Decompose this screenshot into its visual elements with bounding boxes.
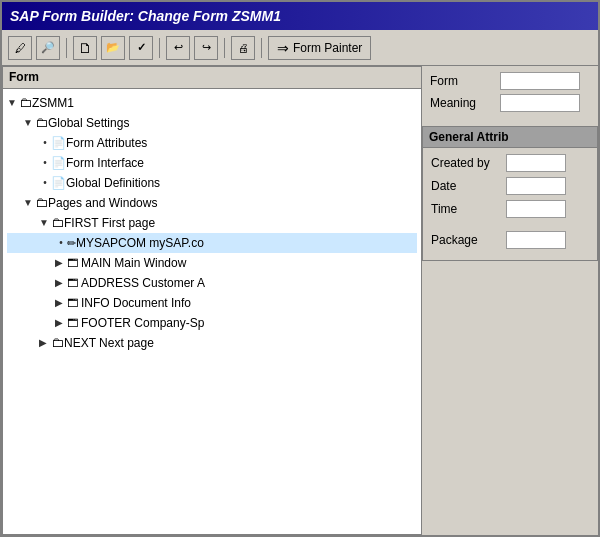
left-panel: Form ▼ 🗀 ZSMM1 ▼ 🗀 Global Settings xyxy=(2,66,422,535)
expand-pages-icon: ▼ xyxy=(23,194,35,212)
find-icon: 🔎 xyxy=(41,41,55,54)
tree-form-attributes[interactable]: • 📄 Form Attributes xyxy=(7,133,417,153)
package-value[interactable] xyxy=(506,231,566,249)
folder-global-icon: 🗀 xyxy=(35,114,48,132)
tree-root[interactable]: ▼ 🗀 ZSMM1 xyxy=(7,93,417,113)
bullet-mysapcom: • xyxy=(55,234,67,252)
main-window: SAP Form Builder: Change Form ZSMM1 🖊 🔎 … xyxy=(0,0,600,537)
tree-info-label: INFO Document Info xyxy=(81,294,191,312)
tree-area[interactable]: ▼ 🗀 ZSMM1 ▼ 🗀 Global Settings • 📄 Form xyxy=(3,89,421,534)
window-title: SAP Form Builder: Change Form ZSMM1 xyxy=(10,8,281,24)
time-value[interactable] xyxy=(506,200,566,218)
tree-form-interface-label: Form Interface xyxy=(66,154,144,172)
win-footer-icon: 🗔 xyxy=(67,314,78,332)
folder-zsmm1-icon: 🗀 xyxy=(19,94,32,112)
tree-global-settings[interactable]: ▼ 🗀 Global Settings xyxy=(7,113,417,133)
doc-form-interface-icon: 📄 xyxy=(51,154,66,172)
undo-icon: ↩ xyxy=(174,41,183,54)
bullet-form-interface: • xyxy=(39,154,51,172)
open-button[interactable]: 📂 xyxy=(101,36,125,60)
created-by-label: Created by xyxy=(431,156,506,170)
meaning-field-value[interactable] xyxy=(500,94,580,112)
toolbar: 🖊 🔎 🗋 📂 ✓ ↩ ↪ 🖨 ⇒ Form Painter xyxy=(2,30,598,66)
new-button[interactable]: 🗋 xyxy=(73,36,97,60)
tree-global-label: Global Settings xyxy=(48,114,129,132)
tree-next-page[interactable]: ▶ 🗀 NEXT Next page xyxy=(7,333,417,353)
sep3 xyxy=(224,38,225,58)
general-attrib-box: General Attrib Created by Date xyxy=(422,126,598,261)
form-field-value[interactable] xyxy=(500,72,580,90)
tree-main-window[interactable]: ▶ 🗔 MAIN Main Window xyxy=(7,253,417,273)
tree-global-def-label: Global Definitions xyxy=(66,174,160,192)
date-label: Date xyxy=(431,179,506,193)
tree-mysapcom-label: MYSAPCOM mySAP.co xyxy=(76,234,204,252)
new-icon: 🗋 xyxy=(78,40,92,56)
folder-pages-icon: 🗀 xyxy=(35,194,48,212)
meaning-row: Meaning xyxy=(430,94,590,112)
redo-icon: ↪ xyxy=(202,41,211,54)
tree-address[interactable]: ▶ 🗔 ADDRESS Customer A xyxy=(7,273,417,293)
save-button[interactable]: 🖊 xyxy=(8,36,32,60)
edit-mysapcom-icon: ✏ xyxy=(67,234,76,252)
tree-first-page[interactable]: ▼ 🗀 FIRST First page xyxy=(7,213,417,233)
doc-form-attr-icon: 📄 xyxy=(51,134,66,152)
tree-info[interactable]: ▶ 🗔 INFO Document Info xyxy=(7,293,417,313)
tree-pages-windows[interactable]: ▼ 🗀 Pages and Windows xyxy=(7,193,417,213)
redo-button[interactable]: ↪ xyxy=(194,36,218,60)
spacer xyxy=(431,223,589,231)
doc-global-def-icon: 📄 xyxy=(51,174,66,192)
general-attrib-title: General Attrib xyxy=(429,130,509,144)
form-section: Form Meaning xyxy=(422,66,598,122)
package-row: Package xyxy=(431,231,589,249)
arrow-right-icon: ⇒ xyxy=(277,40,289,56)
tree-form-interface[interactable]: • 📄 Form Interface xyxy=(7,153,417,173)
expand-main-icon: ▶ xyxy=(55,254,67,272)
created-by-row: Created by xyxy=(431,154,589,172)
sep2 xyxy=(159,38,160,58)
content-area: Form ▼ 🗀 ZSMM1 ▼ 🗀 Global Settings xyxy=(2,66,598,535)
win-address-icon: 🗔 xyxy=(67,274,78,292)
tree-footer[interactable]: ▶ 🗔 FOOTER Company-Sp xyxy=(7,313,417,333)
tree-address-label: ADDRESS Customer A xyxy=(81,274,205,292)
check-icon: ✓ xyxy=(137,41,146,54)
package-label: Package xyxy=(431,233,506,247)
bullet-form-attr: • xyxy=(39,134,51,152)
print-button[interactable]: 🖨 xyxy=(231,36,255,60)
left-panel-header: Form xyxy=(3,67,421,89)
bullet-global-def: • xyxy=(39,174,51,192)
expand-address-icon: ▶ xyxy=(55,274,67,292)
tree-pages-label: Pages and Windows xyxy=(48,194,157,212)
form-field-label: Form xyxy=(430,74,500,88)
date-value[interactable] xyxy=(506,177,566,195)
print-icon: 🖨 xyxy=(238,42,249,54)
tree-first-label: FIRST First page xyxy=(64,214,155,232)
date-row: Date xyxy=(431,177,589,195)
win-info-icon: 🗔 xyxy=(67,294,78,312)
expand-global-icon: ▼ xyxy=(23,114,35,132)
folder-first-icon: 🗀 xyxy=(51,214,64,232)
tree-form-attr-label: Form Attributes xyxy=(66,134,147,152)
tree-mysapcom[interactable]: • ✏ MYSAPCOM mySAP.co xyxy=(7,233,417,253)
form-painter-button[interactable]: ⇒ Form Painter xyxy=(268,36,371,60)
title-bar: SAP Form Builder: Change Form ZSMM1 xyxy=(2,2,598,30)
time-row: Time xyxy=(431,200,589,218)
expand-info-icon: ▶ xyxy=(55,294,67,312)
left-panel-title: Form xyxy=(9,70,39,84)
expand-footer-icon: ▶ xyxy=(55,314,67,332)
form-row: Form xyxy=(430,72,590,90)
tree-global-definitions[interactable]: • 📄 Global Definitions xyxy=(7,173,417,193)
sep4 xyxy=(261,38,262,58)
open-icon: 📂 xyxy=(106,41,120,54)
expand-first-icon: ▼ xyxy=(39,214,51,232)
check-button[interactable]: ✓ xyxy=(129,36,153,60)
tree-footer-label: FOOTER Company-Sp xyxy=(81,314,204,332)
find-button[interactable]: 🔎 xyxy=(36,36,60,60)
undo-button[interactable]: ↩ xyxy=(166,36,190,60)
general-attrib-content: Created by Date Time xyxy=(423,148,597,260)
meaning-field-label: Meaning xyxy=(430,96,500,110)
right-panel: Form Meaning General Attrib Created by xyxy=(422,66,598,535)
created-by-value[interactable] xyxy=(506,154,566,172)
tree-main-label: MAIN Main Window xyxy=(81,254,186,272)
tree-next-label: NEXT Next page xyxy=(64,334,154,352)
folder-next-icon: 🗀 xyxy=(51,334,64,352)
